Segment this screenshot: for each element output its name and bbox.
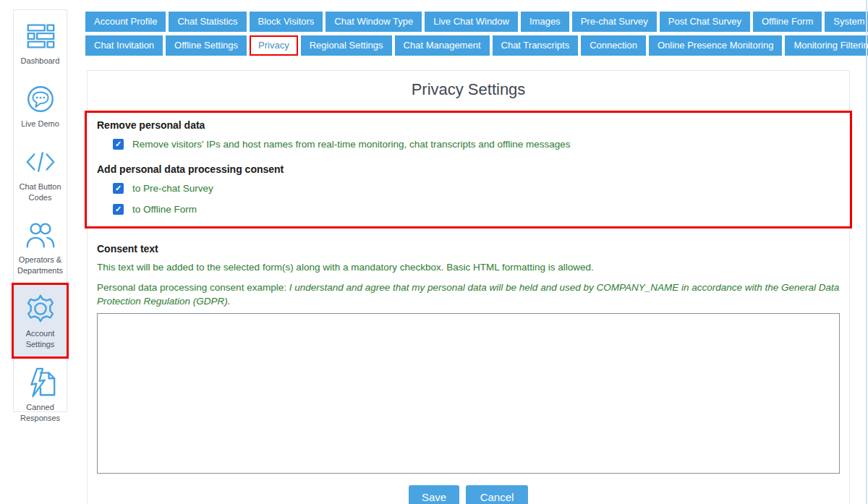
settings-tabs: Account Profile Chat Statistics Block Vi…: [85, 12, 855, 56]
privacy-settings-panel: Privacy Settings Remove personal data Re…: [87, 70, 850, 504]
tab-chat-transcripts[interactable]: Chat Transcripts: [493, 35, 579, 56]
gear-icon: [24, 292, 57, 325]
sidebar-item-chat-button-codes[interactable]: Chat Button Codes: [14, 138, 67, 210]
tab-offline-settings[interactable]: Offline Settings: [166, 35, 247, 56]
tab-chat-statistics[interactable]: Chat Statistics: [169, 12, 246, 32]
tab-offline-form[interactable]: Offline Form: [753, 12, 822, 32]
sidebar-item-dashboard[interactable]: Dashboard: [14, 12, 67, 73]
save-button[interactable]: Save: [409, 485, 459, 504]
consent-text-input[interactable]: [97, 313, 840, 474]
offline-form-checkbox[interactable]: [113, 204, 124, 215]
example-prefix: Personal data processing consent example…: [97, 282, 289, 293]
consent-text-section: Consent text This text will be added to …: [88, 228, 849, 504]
chat-bubble-icon: [24, 82, 57, 116]
offline-form-checkbox-row: to Offline Form: [113, 201, 843, 217]
remove-ips-checkbox[interactable]: [113, 139, 124, 150]
remove-personal-data-heading: Remove personal data: [97, 119, 843, 131]
tab-row-2: Chat Invitation Offline Settings Privacy…: [85, 35, 855, 56]
sidebar-item-label: Chat Button Codes: [15, 181, 65, 203]
tab-privacy[interactable]: Privacy: [250, 35, 298, 56]
tab-connection[interactable]: Connection: [581, 35, 646, 56]
sidebar: Dashboard Live Demo Chat Button Codes Op…: [13, 9, 67, 412]
remove-ips-checkbox-row: Remove visitors' IPs and host names from…: [113, 136, 843, 152]
form-actions: Save Cancel: [97, 485, 840, 504]
tab-system-messages[interactable]: System Messages: [825, 12, 868, 32]
sidebar-item-live-demo[interactable]: Live Demo: [14, 75, 67, 136]
tab-row-1: Account Profile Chat Statistics Block Vi…: [85, 12, 855, 32]
add-consent-heading: Add personal data processing consent: [97, 163, 843, 175]
users-icon: [24, 218, 57, 252]
sidebar-item-label: Dashboard: [21, 56, 60, 67]
remove-ips-checkbox-label[interactable]: Remove visitors' IPs and host names from…: [132, 139, 571, 150]
tab-online-presence-monitoring[interactable]: Online Presence Monitoring: [649, 35, 782, 56]
pre-chat-survey-checkbox[interactable]: [113, 183, 124, 194]
offline-form-checkbox-label[interactable]: to Offline Form: [132, 204, 197, 215]
tab-pre-chat-survey[interactable]: Pre-chat Survey: [572, 12, 657, 32]
consent-text-description: This text will be added to the selected …: [97, 260, 840, 275]
tab-regional-settings[interactable]: Regional Settings: [301, 35, 392, 56]
annotated-options-section: Remove personal data Remove visitors' IP…: [85, 111, 852, 228]
consent-text-heading: Consent text: [97, 243, 840, 255]
pre-chat-survey-checkbox-label[interactable]: to Pre-chat Survey: [132, 183, 213, 194]
code-icon: [24, 145, 57, 179]
tab-live-chat-window[interactable]: Live Chat Window: [425, 12, 518, 32]
tab-block-visitors[interactable]: Block Visitors: [250, 12, 323, 32]
tab-post-chat-survey[interactable]: Post Chat Survey: [660, 12, 750, 32]
sidebar-item-operators-departments[interactable]: Operators & Departments: [14, 211, 67, 283]
dashboard-icon: [24, 20, 57, 53]
sidebar-item-label: Operators & Departments: [15, 255, 65, 276]
sidebar-item-account-settings[interactable]: Account Settings: [14, 285, 67, 356]
sidebar-item-canned-responses[interactable]: Canned Responses: [14, 359, 67, 430]
pre-chat-survey-checkbox-row: to Pre-chat Survey: [113, 180, 843, 196]
sidebar-item-label: Canned Responses: [15, 402, 65, 424]
sidebar-item-label: Live Demo: [21, 119, 59, 129]
cancel-button[interactable]: Cancel: [466, 485, 528, 504]
tab-chat-management[interactable]: Chat Management: [395, 35, 490, 56]
bolt-document-icon: [24, 366, 57, 399]
tab-account-profile[interactable]: Account Profile: [85, 12, 166, 32]
page-scrollbar[interactable]: [866, 0, 867, 504]
sidebar-item-label: Account Settings: [15, 328, 65, 350]
tab-chat-invitation[interactable]: Chat Invitation: [85, 35, 163, 56]
page-title: Privacy Settings: [88, 71, 849, 101]
tab-monitoring-filtering[interactable]: Monitoring Filtering: [785, 35, 868, 56]
tab-images[interactable]: Images: [521, 12, 569, 32]
tab-chat-window-type[interactable]: Chat Window Type: [326, 12, 422, 32]
consent-text-example: Personal data processing consent example…: [97, 281, 840, 309]
